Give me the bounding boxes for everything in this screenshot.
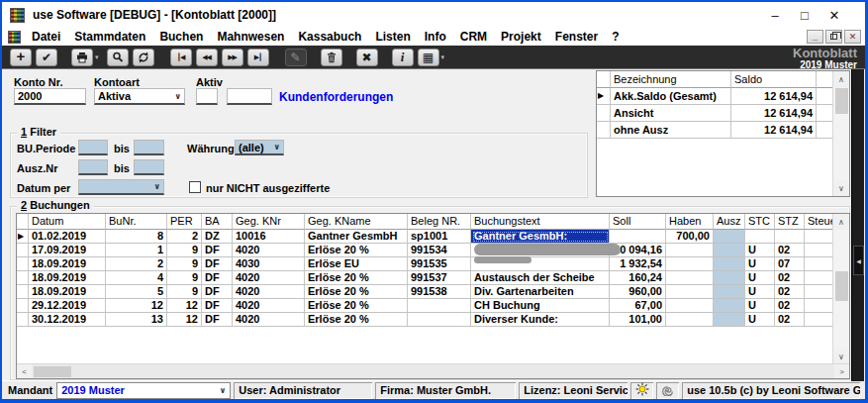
column-header-bunr[interactable]: BuNr. (106, 214, 167, 230)
cell-ba[interactable]: DF (202, 257, 233, 271)
cell-datum[interactable]: 01.02.2019 (29, 230, 106, 244)
column-header-m[interactable] (597, 71, 611, 88)
kontoart-select[interactable]: Aktiva ∨ (94, 88, 185, 105)
cell-gegkname[interactable]: Erlöse 20 % (305, 271, 408, 285)
column-header-per[interactable]: PER (167, 214, 202, 230)
column-header-ba[interactable]: BA (202, 214, 233, 230)
cell-gegkname[interactable]: Gantner GesmbH (305, 230, 408, 244)
buchungen-row[interactable]: ▶01.02.201982DZ10016Gantner GesmbHsp1001… (17, 230, 849, 244)
cell-beleg[interactable]: 991538 (408, 285, 471, 299)
cell-stz[interactable] (775, 230, 805, 244)
cell-bez[interactable]: Akk.Saldo (Gesamt) (611, 88, 731, 105)
cell-f[interactable] (817, 105, 833, 122)
cell-soll[interactable] (610, 230, 666, 244)
cell-soll[interactable]: 101,00 (610, 313, 666, 327)
mdi-restore-button[interactable] (825, 30, 842, 44)
cell-ausz[interactable] (714, 313, 745, 327)
cell-per[interactable]: 9 (167, 271, 202, 285)
search-button[interactable] (107, 49, 129, 66)
column-header-saldo[interactable]: Saldo (731, 71, 817, 88)
cell-haben[interactable] (666, 244, 714, 257)
cell-datum[interactable]: 29.12.2019 (29, 299, 106, 313)
cell-text[interactable]: Diverser Kunde: (471, 313, 610, 327)
cell-stz[interactable]: 02 (775, 313, 805, 327)
cell-ba[interactable]: DF (202, 299, 233, 313)
saldo-row[interactable]: ▶Akk.Saldo (Gesamt)12 614,94 (597, 88, 849, 105)
buchungen-row[interactable]: 17.09.201919DF4020Erlöse 20 %99153410 09… (17, 244, 849, 257)
column-header-text[interactable]: Buchungstext (471, 214, 610, 230)
cell-stc[interactable] (745, 230, 775, 244)
cell-stz[interactable]: 02 (775, 299, 805, 313)
cell-per[interactable]: 9 (167, 285, 202, 299)
cell-stc[interactable]: U (745, 313, 775, 327)
cell-bez[interactable]: Ansicht (611, 105, 731, 122)
cell-per[interactable]: 9 (167, 244, 202, 257)
scroll-left-icon[interactable]: < (17, 364, 32, 379)
add-button[interactable]: + (10, 49, 32, 66)
mdi-minimize-button[interactable]: _ (807, 30, 823, 44)
aktiv-input-1[interactable] (196, 88, 218, 105)
cell-bunr[interactable]: 13 (106, 313, 167, 327)
menu-crm[interactable]: CRM (453, 30, 494, 44)
cell-bez[interactable]: ohne Ausz (611, 122, 731, 139)
cell-ausz[interactable] (714, 230, 745, 244)
scroll-up-icon[interactable]: ∧ (833, 214, 849, 230)
cell-haben[interactable] (666, 257, 714, 271)
waehrung-select[interactable]: (alle) ∨ (235, 140, 284, 155)
refresh-button[interactable] (133, 49, 154, 66)
column-header-beleg[interactable]: Beleg NR. (408, 214, 471, 230)
nur-nicht-ausgezifferte-checkbox[interactable] (189, 181, 201, 193)
minimize-button[interactable]: – (760, 8, 790, 23)
sun-status-panel[interactable] (630, 382, 653, 399)
cell-stz[interactable]: 02 (775, 271, 805, 285)
scrollbar-thumb[interactable] (835, 271, 848, 301)
cell-haben[interactable]: 700,00 (666, 230, 714, 244)
cell-gegkname[interactable]: Erlöse 20 % (305, 285, 408, 299)
cell-m[interactable] (17, 285, 29, 299)
cell-m[interactable] (17, 271, 29, 285)
menu-listen[interactable]: Listen (368, 30, 417, 44)
mandant-select[interactable]: 2019 Muster ∨ (56, 382, 231, 399)
cell-m[interactable] (17, 299, 29, 313)
bu-periode-to-input[interactable] (134, 140, 164, 155)
cell-gegkname[interactable]: Erlöse 20 % (305, 313, 408, 327)
cell-gegkname[interactable]: Erlöse EU (305, 257, 408, 271)
buchungen-hscrollbar[interactable]: < > (17, 363, 849, 378)
column-header-stc[interactable]: STC (745, 214, 775, 230)
cell-per[interactable]: 2 (167, 230, 202, 244)
cell-f[interactable] (817, 122, 833, 139)
cell-ausz[interactable] (714, 285, 745, 299)
cell-datum[interactable]: 30.12.2019 (29, 313, 106, 327)
cell-stc[interactable]: U (745, 299, 775, 313)
next-record-button[interactable]: ▶▶ (222, 49, 243, 66)
cell-m[interactable] (597, 105, 611, 122)
menu-mahnwesen[interactable]: Mahnwesen (210, 30, 291, 44)
cell-gegkname[interactable]: Erlöse 20 % (305, 244, 408, 257)
cell-m[interactable]: ▶ (597, 88, 611, 105)
aktiv-input-2[interactable] (227, 88, 272, 105)
cell-text[interactable]: Gantner GesmbH: (471, 230, 610, 244)
cell-stz[interactable]: 02 (775, 244, 805, 257)
prior-record-button[interactable]: ◀◀ (196, 49, 218, 66)
menu-stammdaten[interactable]: Stammdaten (67, 30, 152, 44)
cell-haben[interactable] (666, 285, 714, 299)
cell-bunr[interactable]: 12 (106, 299, 167, 313)
cell-stc[interactable]: U (745, 271, 775, 285)
ausz-nr-from-input[interactable] (78, 159, 108, 175)
cell-ba[interactable]: DF (202, 285, 233, 299)
cell-stz[interactable]: 02 (775, 285, 805, 299)
cell-soll[interactable]: 67,00 (610, 299, 666, 313)
cell-stc[interactable]: U (745, 257, 775, 271)
column-header-gegknr[interactable]: Geg. KNr (233, 214, 305, 230)
cell-gegknr[interactable]: 4020 (233, 271, 305, 285)
print-dropdown-caret[interactable]: ▾ (95, 53, 99, 61)
mdi-document-icon[interactable] (8, 31, 21, 44)
cell-saldo[interactable]: 12 614,94 (731, 88, 817, 105)
cell-datum[interactable]: 18.09.2019 (29, 257, 106, 271)
column-header-gegkname[interactable]: Geg. KName (305, 214, 408, 230)
cell-beleg[interactable]: 991534 (408, 244, 471, 257)
info-button[interactable]: i (392, 49, 414, 66)
cell-ba[interactable]: DF (202, 271, 233, 285)
menu-fenster[interactable]: Fenster (548, 30, 605, 44)
cell-ausz[interactable] (714, 299, 745, 313)
